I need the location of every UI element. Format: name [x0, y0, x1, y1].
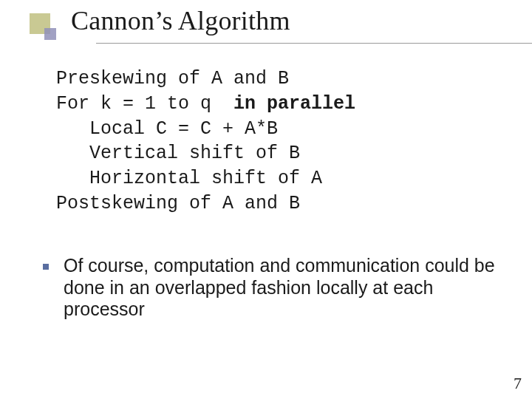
- bullet-square-icon: [43, 264, 49, 270]
- code-line-6: Postskewing of A and B: [56, 193, 300, 214]
- code-line-5: Horizontal shift of A: [56, 168, 322, 189]
- algorithm-code: Preskewing of A and B For k = 1 to q in …: [56, 66, 355, 216]
- page-number: 7: [514, 374, 522, 393]
- slide-title: Cannon’s Algorithm: [71, 5, 290, 36]
- code-line-3: Local C = C + A*B: [56, 118, 278, 140]
- title-underline: [96, 43, 532, 44]
- code-line-4: Vertical shift of B: [56, 143, 300, 164]
- slide: Cannon’s Algorithm Preskewing of A and B…: [0, 0, 532, 399]
- bullet-text: Of course, computation and communication…: [64, 255, 510, 321]
- title-ornament: [30, 13, 56, 40]
- code-line-2b-bold: in parallel: [233, 93, 355, 115]
- bullet-item: Of course, computation and communication…: [43, 255, 510, 321]
- code-line-2a: For k = 1 to q: [56, 93, 233, 115]
- ornament-square-small: [44, 28, 56, 40]
- code-line-1: Preskewing of A and B: [56, 68, 289, 89]
